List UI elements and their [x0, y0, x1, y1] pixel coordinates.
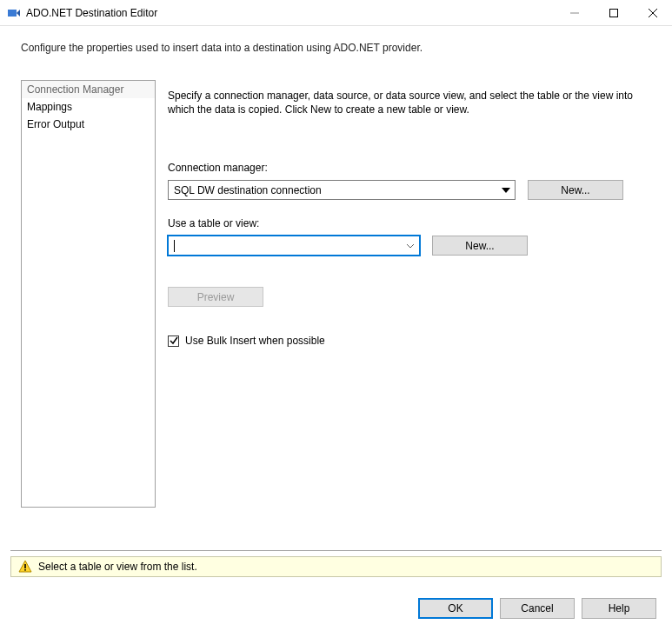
sidebar-item-label: Connection Manager [27, 83, 123, 96]
bulk-insert-checkbox[interactable] [168, 335, 179, 347]
dropdown-arrow-icon [498, 181, 513, 199]
window-controls [555, 0, 672, 25]
connection-manager-label: Connection manager: [168, 162, 651, 174]
new-table-button[interactable]: New... [432, 236, 528, 256]
svg-rect-0 [8, 10, 17, 17]
table-or-view-label: Use a table or view: [168, 217, 651, 229]
chevron-down-icon [403, 236, 417, 255]
connection-manager-field: Connection manager: SQL DW destination c… [168, 162, 651, 200]
sidebar: Connection Manager Mappings Error Output [21, 80, 156, 508]
panel-intro: Specify a connection manager, data sourc… [168, 89, 651, 116]
table-or-view-field: Use a table or view: New... [168, 217, 651, 256]
connection-manager-value: SQL DW destination connection [174, 184, 322, 196]
bulk-insert-checkbox-row: Use Bulk Insert when possible [168, 335, 651, 347]
svg-marker-5 [502, 188, 510, 193]
sidebar-item-mappings[interactable]: Mappings [22, 98, 155, 116]
titlebar: ADO.NET Destination Editor [0, 0, 672, 26]
button-label: Help [609, 602, 630, 614]
svg-rect-2 [609, 10, 617, 17]
window-title: ADO.NET Destination Editor [26, 7, 157, 19]
svg-rect-8 [24, 569, 26, 571]
svg-rect-7 [24, 564, 26, 568]
app-icon [7, 6, 21, 20]
text-cursor [174, 240, 175, 252]
bulk-insert-label: Use Bulk Insert when possible [185, 335, 325, 347]
ok-button[interactable]: OK [418, 598, 493, 619]
connection-manager-dropdown[interactable]: SQL DW destination connection [168, 180, 516, 200]
maximize-button[interactable] [594, 0, 633, 26]
sidebar-item-label: Mappings [27, 101, 72, 113]
cancel-button[interactable]: Cancel [500, 598, 575, 619]
warning-icon [18, 560, 32, 574]
preview-button: Preview [168, 287, 263, 307]
sidebar-item-connection-manager[interactable]: Connection Manager [22, 81, 155, 98]
titlebar-left: ADO.NET Destination Editor [7, 6, 157, 20]
table-or-view-combobox[interactable] [168, 236, 420, 256]
button-label: New... [561, 184, 589, 196]
button-label: Preview [197, 291, 235, 303]
separator [10, 550, 662, 551]
footer-buttons: OK Cancel Help [418, 598, 656, 619]
close-button[interactable] [633, 0, 672, 26]
sidebar-item-label: Error Output [27, 118, 84, 130]
button-label: Cancel [521, 602, 553, 614]
sidebar-item-error-output[interactable]: Error Output [22, 116, 155, 133]
main-area: Connection Manager Mappings Error Output… [0, 64, 672, 508]
button-label: OK [448, 602, 462, 614]
preview-row: Preview [168, 287, 651, 307]
content-panel: Specify a connection manager, data sourc… [168, 80, 651, 508]
help-button[interactable]: Help [582, 598, 656, 619]
new-connection-button[interactable]: New... [528, 180, 623, 200]
button-label: New... [465, 240, 494, 252]
minimize-button[interactable] [555, 0, 594, 26]
status-bar: Select a table or view from the list. [10, 556, 662, 577]
status-message: Select a table or view from the list. [38, 561, 197, 573]
page-description: Configure the properties used to insert … [0, 26, 672, 64]
